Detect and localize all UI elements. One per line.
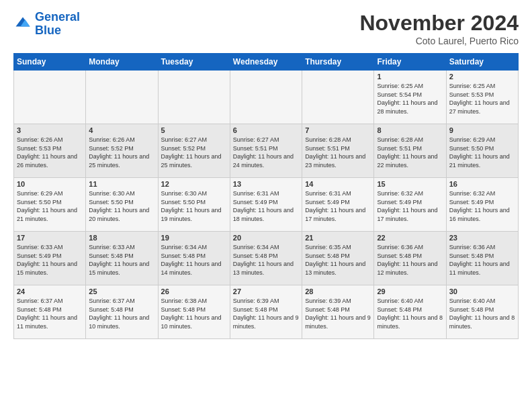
day-num-2-3: 13 — [233, 180, 299, 188]
header-thursday: Thursday — [302, 54, 374, 71]
calendar-table: Sunday Monday Tuesday Wednesday Thursday… — [13, 53, 519, 339]
day-num-1-6: 9 — [449, 126, 515, 134]
day-headers: Sunday Monday Tuesday Wednesday Thursday… — [14, 54, 519, 71]
header-sunday: Sunday — [14, 54, 86, 71]
day-info-1-3: Sunrise: 6:27 AM Sunset: 5:51 PM Dayligh… — [233, 136, 299, 169]
cell-3-4: 21Sunrise: 6:35 AM Sunset: 5:48 PM Dayli… — [302, 232, 374, 285]
day-info-4-6: Sunrise: 6:40 AM Sunset: 5:48 PM Dayligh… — [449, 297, 515, 330]
day-info-1-0: Sunrise: 6:26 AM Sunset: 5:53 PM Dayligh… — [17, 136, 83, 169]
cell-0-6: 2Sunrise: 6:25 AM Sunset: 5:53 PM Daylig… — [446, 71, 518, 124]
cell-2-1: 11Sunrise: 6:30 AM Sunset: 5:50 PM Dayli… — [86, 178, 158, 232]
day-num-2-6: 16 — [449, 180, 515, 188]
day-info-3-3: Sunrise: 6:34 AM Sunset: 5:48 PM Dayligh… — [233, 243, 299, 277]
cell-3-0: 17Sunrise: 6:33 AM Sunset: 5:49 PM Dayli… — [14, 232, 86, 285]
cell-0-4 — [302, 71, 374, 124]
cell-3-5: 22Sunrise: 6:36 AM Sunset: 5:48 PM Dayli… — [374, 232, 446, 285]
day-info-2-2: Sunrise: 6:30 AM Sunset: 5:50 PM Dayligh… — [161, 189, 227, 223]
day-info-1-2: Sunrise: 6:27 AM Sunset: 5:52 PM Dayligh… — [161, 136, 227, 169]
day-info-1-1: Sunrise: 6:26 AM Sunset: 5:52 PM Dayligh… — [89, 136, 154, 169]
week-row-1: 3Sunrise: 6:26 AM Sunset: 5:53 PM Daylig… — [14, 124, 519, 178]
day-num-3-2: 19 — [161, 234, 227, 242]
logo-text: General Blue — [35, 11, 80, 38]
day-num-2-0: 10 — [17, 180, 83, 188]
header-saturday: Saturday — [446, 54, 518, 71]
cell-1-5: 8Sunrise: 6:28 AM Sunset: 5:51 PM Daylig… — [374, 124, 446, 178]
day-num-4-4: 28 — [305, 287, 371, 295]
day-info-4-5: Sunrise: 6:40 AM Sunset: 5:48 PM Dayligh… — [377, 297, 443, 330]
cell-3-3: 20Sunrise: 6:34 AM Sunset: 5:48 PM Dayli… — [230, 232, 302, 285]
day-info-3-4: Sunrise: 6:35 AM Sunset: 5:48 PM Dayligh… — [305, 243, 371, 277]
day-num-4-3: 27 — [233, 287, 299, 295]
day-info-1-5: Sunrise: 6:28 AM Sunset: 5:51 PM Dayligh… — [377, 136, 443, 169]
header-friday: Friday — [374, 54, 446, 71]
day-info-3-6: Sunrise: 6:36 AM Sunset: 5:48 PM Dayligh… — [449, 243, 515, 277]
cell-3-1: 18Sunrise: 6:33 AM Sunset: 5:48 PM Dayli… — [86, 232, 158, 285]
day-info-4-0: Sunrise: 6:37 AM Sunset: 5:48 PM Dayligh… — [17, 297, 83, 330]
day-num-2-2: 12 — [161, 180, 227, 188]
location: Coto Laurel, Puerto Rico — [359, 36, 519, 46]
logo-line2: Blue — [35, 24, 61, 37]
day-num-3-0: 17 — [17, 234, 83, 242]
day-info-1-4: Sunrise: 6:28 AM Sunset: 5:51 PM Dayligh… — [305, 136, 371, 169]
day-num-1-1: 4 — [89, 126, 154, 134]
cell-2-2: 12Sunrise: 6:30 AM Sunset: 5:50 PM Dayli… — [158, 178, 230, 232]
day-num-2-5: 15 — [377, 180, 443, 188]
day-info-3-5: Sunrise: 6:36 AM Sunset: 5:48 PM Dayligh… — [377, 243, 443, 277]
day-info-4-4: Sunrise: 6:39 AM Sunset: 5:48 PM Dayligh… — [305, 297, 371, 330]
day-num-3-3: 20 — [233, 234, 299, 242]
day-num-1-3: 6 — [233, 126, 299, 134]
cell-2-6: 16Sunrise: 6:32 AM Sunset: 5:49 PM Dayli… — [446, 178, 518, 232]
day-info-0-5: Sunrise: 6:25 AM Sunset: 5:54 PM Dayligh… — [377, 82, 443, 116]
header-tuesday: Tuesday — [158, 54, 230, 71]
cell-1-1: 4Sunrise: 6:26 AM Sunset: 5:52 PM Daylig… — [86, 124, 158, 178]
cell-4-5: 29Sunrise: 6:40 AM Sunset: 5:48 PM Dayli… — [374, 285, 446, 339]
cell-0-0 — [14, 71, 86, 124]
cell-4-6: 30Sunrise: 6:40 AM Sunset: 5:48 PM Dayli… — [446, 285, 518, 339]
header-monday: Monday — [86, 54, 158, 71]
day-info-0-6: Sunrise: 6:25 AM Sunset: 5:53 PM Dayligh… — [449, 82, 515, 116]
day-info-2-4: Sunrise: 6:31 AM Sunset: 5:49 PM Dayligh… — [305, 189, 371, 223]
day-info-2-5: Sunrise: 6:32 AM Sunset: 5:49 PM Dayligh… — [377, 189, 443, 223]
day-info-2-0: Sunrise: 6:29 AM Sunset: 5:50 PM Dayligh… — [17, 189, 83, 223]
day-info-1-6: Sunrise: 6:29 AM Sunset: 5:50 PM Dayligh… — [449, 136, 515, 169]
day-num-3-1: 18 — [89, 234, 154, 242]
day-num-3-5: 22 — [377, 234, 443, 242]
cell-2-0: 10Sunrise: 6:29 AM Sunset: 5:50 PM Dayli… — [14, 178, 86, 232]
cell-1-0: 3Sunrise: 6:26 AM Sunset: 5:53 PM Daylig… — [14, 124, 86, 178]
week-row-2: 10Sunrise: 6:29 AM Sunset: 5:50 PM Dayli… — [14, 178, 519, 232]
day-num-4-0: 24 — [17, 287, 83, 295]
cell-4-0: 24Sunrise: 6:37 AM Sunset: 5:48 PM Dayli… — [14, 285, 86, 339]
week-row-4: 24Sunrise: 6:37 AM Sunset: 5:48 PM Dayli… — [14, 285, 519, 339]
cell-4-3: 27Sunrise: 6:39 AM Sunset: 5:48 PM Dayli… — [230, 285, 302, 339]
day-num-4-6: 30 — [449, 287, 515, 295]
cell-1-6: 9Sunrise: 6:29 AM Sunset: 5:50 PM Daylig… — [446, 124, 518, 178]
logo-line1: General — [35, 10, 80, 24]
day-num-3-4: 21 — [305, 234, 371, 242]
cell-4-1: 25Sunrise: 6:37 AM Sunset: 5:48 PM Dayli… — [86, 285, 158, 339]
day-num-0-6: 2 — [449, 73, 515, 81]
header-wednesday: Wednesday — [230, 54, 302, 71]
week-row-0: 1Sunrise: 6:25 AM Sunset: 5:54 PM Daylig… — [14, 71, 519, 124]
cell-0-1 — [86, 71, 158, 124]
day-num-3-6: 23 — [449, 234, 515, 242]
cell-2-5: 15Sunrise: 6:32 AM Sunset: 5:49 PM Dayli… — [374, 178, 446, 232]
cell-4-4: 28Sunrise: 6:39 AM Sunset: 5:48 PM Dayli… — [302, 285, 374, 339]
day-info-3-0: Sunrise: 6:33 AM Sunset: 5:49 PM Dayligh… — [17, 243, 83, 277]
title-block: November 2024 Coto Laurel, Puerto Rico — [359, 11, 519, 46]
day-num-4-2: 26 — [161, 287, 227, 295]
header: General Blue November 2024 Coto Laurel, … — [13, 11, 519, 46]
day-num-4-5: 29 — [377, 287, 443, 295]
cell-0-3 — [230, 71, 302, 124]
cell-0-5: 1Sunrise: 6:25 AM Sunset: 5:54 PM Daylig… — [374, 71, 446, 124]
day-num-0-5: 1 — [377, 73, 443, 81]
day-info-2-6: Sunrise: 6:32 AM Sunset: 5:49 PM Dayligh… — [449, 189, 515, 223]
day-info-3-1: Sunrise: 6:33 AM Sunset: 5:48 PM Dayligh… — [89, 243, 154, 277]
cell-2-4: 14Sunrise: 6:31 AM Sunset: 5:49 PM Dayli… — [302, 178, 374, 232]
cell-1-3: 6Sunrise: 6:27 AM Sunset: 5:51 PM Daylig… — [230, 124, 302, 178]
day-info-2-3: Sunrise: 6:31 AM Sunset: 5:49 PM Dayligh… — [233, 189, 299, 223]
month-title: November 2024 — [359, 11, 519, 36]
cell-3-2: 19Sunrise: 6:34 AM Sunset: 5:48 PM Dayli… — [158, 232, 230, 285]
page: General Blue November 2024 Coto Laurel, … — [0, 0, 532, 346]
week-row-3: 17Sunrise: 6:33 AM Sunset: 5:49 PM Dayli… — [14, 232, 519, 285]
cell-4-2: 26Sunrise: 6:38 AM Sunset: 5:48 PM Dayli… — [158, 285, 230, 339]
